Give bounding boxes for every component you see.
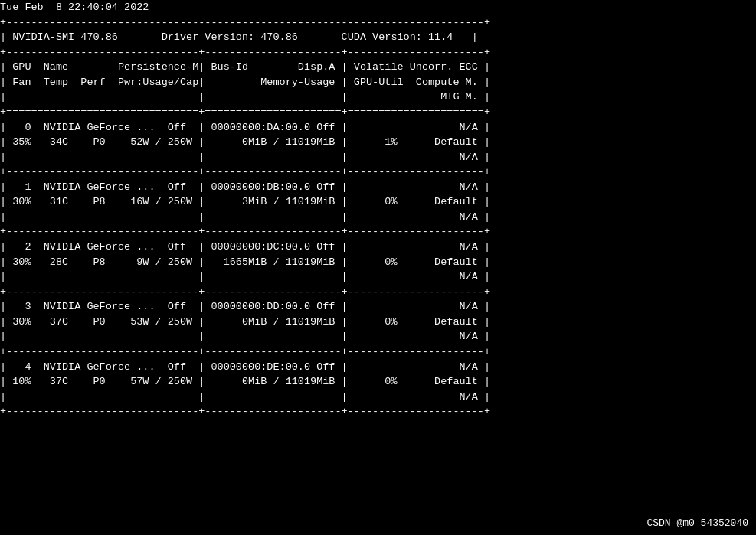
terminal-window: Tue Feb 8 22:40:04 2022 +---------------… [0,0,756,535]
gpu4-row1: | 4 NVIDIA GeForce ... Off | 00000000:DE… [0,360,756,375]
col-header-3: | | | MIG M. | [0,90,756,105]
gpu0-row2: | 35% 34C P0 52W / 250W | 0MiB / 11019Mi… [0,135,756,150]
gpu2-row2: | 30% 28C P8 9W / 250W | 1665MiB / 11019… [0,255,756,270]
gpu4-row3: | | | N/A | [0,390,756,405]
timestamp-line: Tue Feb 8 22:40:04 2022 [0,0,756,15]
gpu1-row2: | 30% 31C P8 16W / 250W | 3MiB / 11019Mi… [0,194,756,210]
col-header-2: | Fan Temp Perf Pwr:Usage/Cap| Memory-Us… [0,75,756,90]
gpu0-row3: | | | N/A | [0,150,756,165]
watermark: CSDN @m0_54352040 [646,517,748,529]
gpu0-divider: +-------------------------------+-------… [0,165,756,180]
gpu3-row2: | 30% 37C P0 53W / 250W | 0MiB / 11019Mi… [0,315,756,330]
gpu2-divider: +-------------------------------+-------… [0,285,756,300]
gpu1-divider: +-------------------------------+-------… [0,224,756,240]
gpu1-row3: | | | N/A | [0,210,756,225]
bottom-divider: +-------------------------------+-------… [0,404,756,419]
gpu0-row1: | 0 NVIDIA GeForce ... Off | 00000000:DA… [0,120,756,135]
gpu3-divider: +-------------------------------+-------… [0,344,756,360]
smi-header-line: | NVIDIA-SMI 470.86 Driver Version: 470.… [0,30,756,45]
header-divider: +-------------------------------+-------… [0,45,756,60]
col-header-divider: +===============================+=======… [0,105,756,120]
gpu3-row3: | | | N/A | [0,329,756,344]
gpu1-row1: | 1 NVIDIA GeForce ... Off | 00000000:DB… [0,180,756,195]
gpu2-row3: | | | N/A | [0,269,756,285]
gpu2-row1: | 2 NVIDIA GeForce ... Off | 00000000:DC… [0,240,756,255]
gpu3-row1: | 3 NVIDIA GeForce ... Off | 00000000:DD… [0,299,756,315]
gpu4-row2: | 10% 37C P0 57W / 250W | 0MiB / 11019Mi… [0,374,756,390]
top-divider: +---------------------------------------… [0,15,756,31]
col-header-1: | GPU Name Persistence-M| Bus-Id Disp.A … [0,60,756,75]
